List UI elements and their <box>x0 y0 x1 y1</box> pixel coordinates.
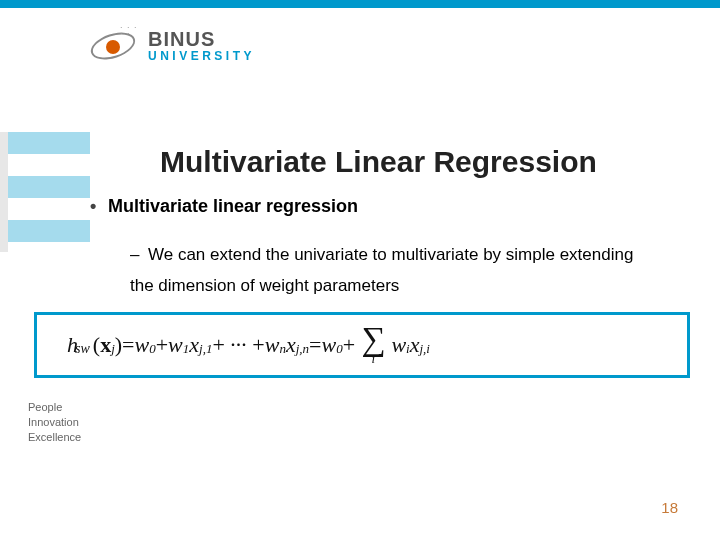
formula-xi-sub: j,i <box>419 341 429 357</box>
logo-orbit-icon: · · ·· · <box>90 22 138 70</box>
formula-xi: x <box>410 332 420 358</box>
formula-eq1: = <box>122 332 134 358</box>
side-tagline: People Innovation Excellence <box>28 400 81 445</box>
formula-wn-sub: n <box>279 341 286 357</box>
bullet-dot-icon: • <box>90 196 108 217</box>
logo-text: BINUS UNIVERSITY <box>148 29 255 63</box>
formula-func-sub: sw <box>75 341 90 357</box>
formula-w1-sub: 1 <box>183 341 190 357</box>
bullet-main: •Multivariate linear regression <box>90 196 358 217</box>
page-number: 18 <box>661 499 678 516</box>
brand-logo: · · ·· · BINUS UNIVERSITY <box>90 22 255 70</box>
formula-box: hsw(xj) = w0 + w1xj,1 + ··· + wnxj,n = w… <box>34 312 690 378</box>
left-decor-stripes <box>0 132 90 252</box>
formula-xn: x <box>286 332 296 358</box>
formula-x1: x <box>189 332 199 358</box>
formula-plus2: + <box>343 332 355 358</box>
tagline-line-2: Innovation <box>28 415 81 430</box>
bullet-main-text: Multivariate linear regression <box>108 196 358 216</box>
sub-bullet-text: We can extend the univariate to multivar… <box>130 245 633 295</box>
sigma-sub: i <box>371 352 375 365</box>
top-accent-bar <box>0 0 720 8</box>
formula-arg-sub: j <box>111 341 115 357</box>
formula-wn: w <box>265 332 280 358</box>
tagline-line-3: Excellence <box>28 430 81 445</box>
slide-title: Multivariate Linear Regression <box>160 145 597 179</box>
brand-subtitle: UNIVERSITY <box>148 50 255 63</box>
tagline-line-1: People <box>28 400 81 415</box>
formula-dots: + ··· + <box>212 332 264 358</box>
formula-plus1: + <box>156 332 168 358</box>
formula-w0b-sub: 0 <box>336 341 343 357</box>
formula-w0-sub: 0 <box>149 341 156 357</box>
formula-xn-sub: j,n <box>296 341 309 357</box>
formula-w0b: w <box>322 332 337 358</box>
dash-icon: – <box>130 240 148 271</box>
formula-arg-x: x <box>100 332 111 358</box>
sigma-icon: ∑ i <box>361 325 385 365</box>
formula-wi-sub: i <box>406 341 410 357</box>
formula-w1: w <box>168 332 183 358</box>
formula-wi: w <box>391 332 406 358</box>
sub-bullet: –We can extend the univariate to multiva… <box>130 240 660 301</box>
formula: hsw(xj) = w0 + w1xj,1 + ··· + wnxj,n = w… <box>67 325 430 365</box>
formula-eq2: = <box>309 332 321 358</box>
formula-x1-sub: j,1 <box>199 341 212 357</box>
brand-name: BINUS <box>148 29 255 50</box>
formula-w0: w <box>135 332 150 358</box>
